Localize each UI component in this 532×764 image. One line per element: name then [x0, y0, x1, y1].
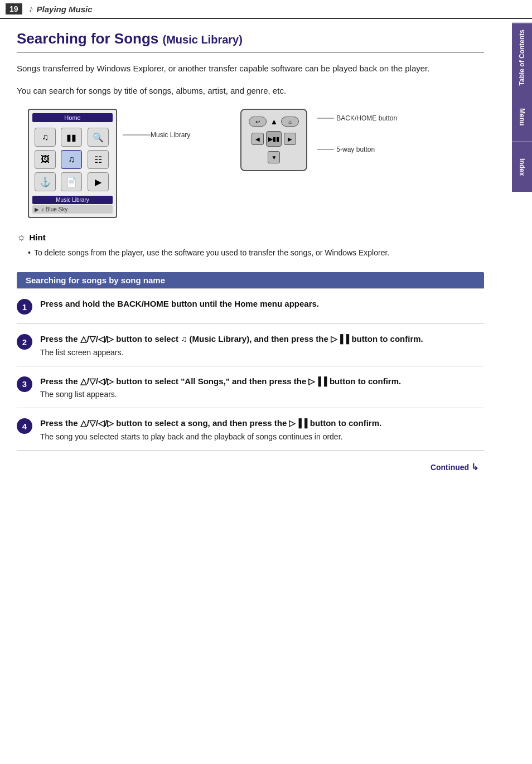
icon-cell-1: ♫	[35, 128, 56, 147]
step-content-1: Press and hold the BACK/HOME button unti…	[40, 298, 484, 311]
step-content-4: Press the △/▽/◁/▷ button to select a son…	[40, 417, 484, 441]
step-number-1: 1	[17, 299, 32, 315]
main-content: Searching for Songs (Music Library) Song…	[0, 19, 512, 489]
hint-item-1: To delete songs from the player, use the…	[28, 246, 484, 259]
steps-container: 1 Press and hold the BACK/HOME button un…	[17, 288, 484, 451]
player-btn-back: ↩	[249, 117, 267, 127]
player-center-buttons: ◀ ▶▮▮ ▶	[252, 131, 296, 147]
step-subtext-2: The list screen appears.	[40, 348, 484, 357]
icon-cell-2: ▮▮	[61, 128, 82, 147]
hint-icon: ☼	[17, 231, 26, 243]
step-content-2: Press the △/▽/◁/▷ button to select ♫ (Mu…	[40, 333, 484, 357]
player-down-btn: ▼	[268, 151, 280, 163]
device-status-text: ♪ Blue Sky	[41, 206, 67, 212]
five-way-label: 5-way button	[336, 144, 375, 154]
hint-title: ☼ Hint	[17, 231, 484, 243]
icon-cell-4: 🖼	[35, 150, 56, 169]
step-text-4: Press the △/▽/◁/▷ button to select a son…	[40, 417, 484, 430]
player-btn-home: ⌂	[281, 117, 299, 127]
side-tabs: Table of Contents Menu Index	[512, 22, 532, 192]
callout-5way: 5-way button	[317, 144, 397, 154]
step-content-3: Press the △/▽/◁/▷ button to select "All …	[40, 375, 484, 399]
step-number-4: 4	[17, 418, 32, 434]
icon-cell-3: 🔍	[88, 128, 109, 147]
continued-arrow-icon: ↳	[471, 462, 478, 472]
icon-cell-8: 📄	[61, 172, 82, 191]
step-4: 4 Press the △/▽/◁/▷ button to select a s…	[17, 408, 484, 451]
hint-box: ☼ Hint To delete songs from the player, …	[17, 231, 484, 259]
header-title: Playing Music	[37, 4, 93, 14]
continued-bar: Continued ↳	[17, 451, 484, 478]
left-diagram: Home ♫ ▮▮ 🔍 🖼 ♫ ☷ ⚓ 📄 ▶ Music Library ▶ …	[28, 109, 190, 218]
step-text-3: Press the △/▽/◁/▷ button to select "All …	[40, 375, 484, 388]
continued-text: Continued	[431, 463, 469, 472]
step-subtext-3: The song list appears.	[40, 390, 484, 399]
player-left-btn: ◀	[252, 133, 264, 145]
player-right-btn: ▶	[284, 133, 296, 145]
step-2: 2 Press the △/▽/◁/▷ button to select ♫ (…	[17, 324, 484, 366]
player-playpause-btn: ▶▮▮	[266, 131, 282, 147]
intro-text-1: Songs transferred by Windows Explorer, o…	[17, 62, 484, 75]
intro-text-2: You can search for songs by title of son…	[17, 84, 484, 98]
step-text-1: Press and hold the BACK/HOME button unti…	[40, 298, 484, 311]
icon-cell-music: ♫	[61, 150, 82, 169]
step-number-2: 2	[17, 334, 32, 350]
callout-line-left	[123, 134, 151, 136]
section-title-bold: Searching for Songs	[17, 30, 158, 47]
left-callout-label: Music Library	[151, 131, 190, 139]
page-number: 19	[6, 3, 22, 14]
right-callout-labels: BACK/HOME button 5-way button	[317, 113, 397, 154]
tab-table-of-contents[interactable]: Table of Contents	[512, 22, 532, 92]
player-top-buttons: ↩ ▲ ⌂	[249, 117, 299, 127]
callout-line-5way	[317, 149, 334, 150]
step-subtext-4: The song you selected starts to play bac…	[40, 432, 484, 441]
back-home-label: BACK/HOME button	[336, 113, 397, 123]
callout-line-backhome	[317, 118, 334, 119]
player-body: ↩ ▲ ⌂ ◀ ▶▮▮ ▶ ▼	[240, 109, 307, 171]
section-title-normal: (Music Library)	[163, 33, 243, 46]
right-diagram: ↩ ▲ ⌂ ◀ ▶▮▮ ▶ ▼ BACK/HOME button	[240, 109, 397, 171]
header-bar: 19 ♪ Playing Music	[0, 0, 532, 19]
device-screen-title: Home	[32, 113, 113, 122]
icon-cell-6: ☷	[88, 150, 109, 169]
step-3: 3 Press the △/▽/◁/▷ button to select "Al…	[17, 366, 484, 409]
music-note-icon: ♪	[29, 4, 33, 14]
hint-title-text: Hint	[30, 233, 46, 242]
step-number-3: 3	[17, 376, 32, 392]
step-1: 1 Press and hold the BACK/HOME button un…	[17, 288, 484, 324]
callout-back-home: BACK/HOME button	[317, 113, 397, 123]
tab-index[interactable]: Index	[512, 142, 532, 192]
icon-cell-9: ▶	[88, 172, 109, 191]
device-icons-grid: ♫ ▮▮ 🔍 🖼 ♫ ☷ ⚓ 📄 ▶	[32, 125, 113, 194]
icon-cell-7: ⚓	[35, 172, 56, 191]
device-bottom-bar: Music Library	[32, 196, 113, 204]
section-title: Searching for Songs (Music Library)	[17, 30, 484, 53]
tab-menu[interactable]: Menu	[512, 92, 532, 142]
device-screen: Home ♫ ▮▮ 🔍 🖼 ♫ ☷ ⚓ 📄 ▶ Music Library ▶ …	[28, 109, 117, 218]
subsection-bar: Searching for songs by song name	[17, 272, 484, 288]
device-status-bar: ▶ ♪ Blue Sky	[32, 205, 113, 214]
step-text-2: Press the △/▽/◁/▷ button to select ♫ (Mu…	[40, 333, 484, 346]
diagram-area: Home ♫ ▮▮ 🔍 🖼 ♫ ☷ ⚓ 📄 ▶ Music Library ▶ …	[28, 109, 484, 218]
